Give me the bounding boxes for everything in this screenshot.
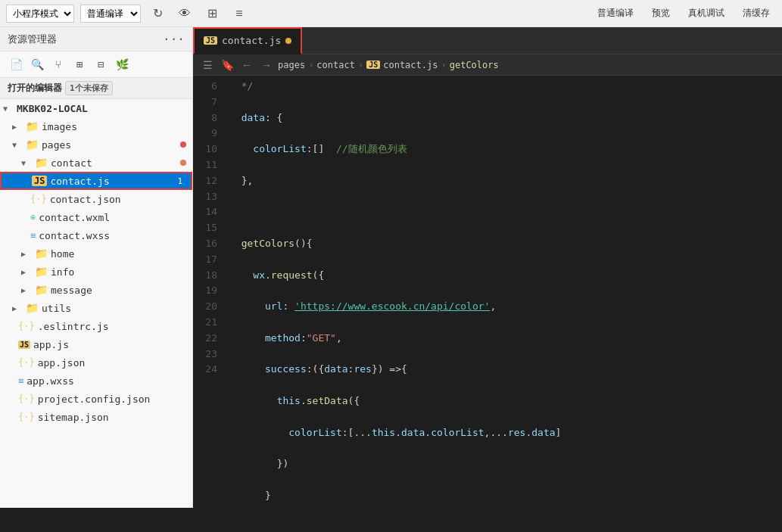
pages-dot [180,142,186,148]
contact-dot [180,160,186,166]
sidebar-item-appwxss[interactable]: ≡ app.wxss [0,372,192,390]
utils-label: utils [42,303,71,314]
breadcrumb-sep1: › [308,60,313,70]
ln8: 8 [196,110,217,126]
info-label: info [51,266,74,278]
layers-icon-btn[interactable]: ≡ [229,3,250,24]
ln20: 20 [196,299,217,315]
sidebar-item-images[interactable]: ▶ 📁 images [0,117,192,135]
ln21: 21 [196,315,217,331]
split-icon[interactable]: ⊟ [92,56,109,73]
sidebar-item-info[interactable]: ▶ 📁 info [0,263,192,281]
sitemap-label: sitemap.json [38,412,109,423]
breadcrumb-sep2: › [358,60,363,70]
mode-select[interactable]: 小程序模式 [6,5,74,23]
sidebar-icons: 📄 🔍 ⑂ ⊞ ⊟ 🌿 [0,51,192,78]
ln16: 16 [196,236,217,252]
sidebar-item-contact[interactable]: ▼ 📁 contact [0,154,192,172]
sidebar-header: 资源管理器 ··· [0,27,192,51]
source-control-icon[interactable]: ⑂ [50,56,67,73]
message-arrow: ▶ [21,286,32,294]
git-icon[interactable]: 🌿 [114,56,130,73]
top-toolbar: 小程序模式 普通编译 ↻ 👁 ⊞ ≡ 普通编译 预览 真机调试 清缓存 [0,0,782,27]
breadcrumb-contact[interactable]: contact [316,60,355,70]
project-label: MKBK02-LOCAL [17,103,88,114]
compile-btn[interactable]: 普通编译 [591,5,640,23]
code-ln19: } [229,488,776,504]
bookmark-btn[interactable]: 🔖 [219,57,235,73]
code-ln17: colorList:[...this.data.colorList,...res… [229,425,776,441]
unsaved-badge: 1个未保存 [65,81,113,95]
more-icon[interactable]: ··· [163,32,185,46]
code-ln7: data: { [229,110,776,126]
ln9: 9 [196,126,217,142]
breadcrumb-function[interactable]: getColors [450,60,499,70]
sidebar-item-appjson[interactable]: {·} app.json [0,353,192,372]
code-ln8: colorList:[] //随机颜色列表 [229,142,776,157]
home-arrow: ▶ [21,250,32,258]
sidebar-item-utils[interactable]: ▶ 📁 utils [0,299,192,317]
code-ln15: success:({data:res}) =>{ [229,362,776,378]
eye-icon-btn[interactable]: 👁 [174,3,195,24]
ln14: 14 [196,204,217,220]
sidebar-item-sitemap[interactable]: {·} sitemap.json [0,408,192,426]
breadcrumb-pages[interactable]: pages [278,60,305,70]
ln13: 13 [196,189,217,205]
contact-label: contact [51,157,92,169]
open-editors-label: 打开的编辑器 [8,82,62,95]
network-icon-btn[interactable]: ⊞ [201,3,223,24]
code-ln14: method:"GET", [229,331,776,347]
sidebar-item-home[interactable]: ▶ 📁 home [0,244,192,263]
forward-btn[interactable]: → [258,57,275,73]
appwxss-label: app.wxss [26,375,74,387]
code-ln6: */ [229,79,776,95]
clear-btn[interactable]: 清缓存 [737,5,776,23]
sidebar-item-appjs[interactable]: JS app.js [0,335,192,353]
ln22: 22 [196,331,217,347]
images-arrow: ▶ [12,123,23,131]
search-icon[interactable]: 🔍 [29,56,45,73]
sidebar-item-projectconfig[interactable]: {·} project.config.json [0,390,192,408]
preview-btn[interactable]: 预览 [646,5,676,23]
editor-tab-contact-js[interactable]: JS contact.js [193,27,302,54]
tab-js-icon: JS [204,36,217,45]
project-arrow: ▼ [3,104,14,113]
new-file-icon[interactable]: 📄 [8,56,24,73]
compile-select[interactable]: 普通编译 [80,5,141,23]
code-editor[interactable]: */ data: { colorList:[] //随机颜色列表 }, getC… [223,76,782,508]
ln23: 23 [196,347,217,362]
tab-filename: contact.js [222,35,281,46]
sidebar-item-contact-json[interactable]: {·} contact.json [0,190,192,208]
ln12: 12 [196,173,217,189]
ln24: 24 [196,362,217,378]
breadcrumb-js-icon: JS [366,61,380,69]
breadcrumb-filename[interactable]: contact.js [383,60,438,70]
file-tree: ▼ MKBK02-LOCAL ▶ 📁 images ▼ 📁 pages ▼ 📁 … [0,99,192,508]
pages-arrow: ▼ [12,141,23,149]
ln7: 7 [196,95,217,110]
sidebar-item-contact-wxml[interactable]: ⊕ contact.wxml [0,208,192,226]
sidebar-item-contact-js[interactable]: JS contact.js 1 [0,172,192,190]
appjson-label: app.json [38,357,86,369]
refresh-icon-btn[interactable]: ↻ [147,3,168,24]
project-root[interactable]: ▼ MKBK02-LOCAL [0,99,192,117]
grid-icon[interactable]: ⊞ [71,56,88,73]
tab-bar: JS contact.js [193,27,782,54]
breadcrumb-sep3: › [441,60,446,70]
sidebar-item-pages[interactable]: ▼ 📁 pages [0,135,192,154]
back-btn[interactable]: ← [238,57,255,73]
explorer-title: 资源管理器 [8,33,57,46]
ln19: 19 [196,283,217,299]
sidebar-item-contact-wxss[interactable]: ≡ contact.wxss [0,226,192,244]
code-ln18: }) [229,456,776,472]
debug-btn[interactable]: 真机调试 [682,5,731,23]
sidebar-item-eslintrc[interactable]: {·} .eslintrc.js [0,317,192,335]
line-numbers: 6 7 8 9 10 11 12 13 14 15 16 17 18 19 20… [193,76,223,508]
contact-js-badge: 1 [173,176,186,187]
hamburger-btn[interactable]: ☰ [199,57,216,73]
breadcrumb-bar: ☰ 🔖 ← → pages › contact › JS contact.js … [193,54,782,76]
editor-area: JS contact.js ☰ 🔖 ← → pages › contact › … [193,27,782,508]
sidebar-item-message[interactable]: ▶ 📁 message [0,281,192,299]
ln18: 18 [196,268,217,284]
code-content[interactable]: 6 7 8 9 10 11 12 13 14 15 16 17 18 19 20… [193,76,782,508]
